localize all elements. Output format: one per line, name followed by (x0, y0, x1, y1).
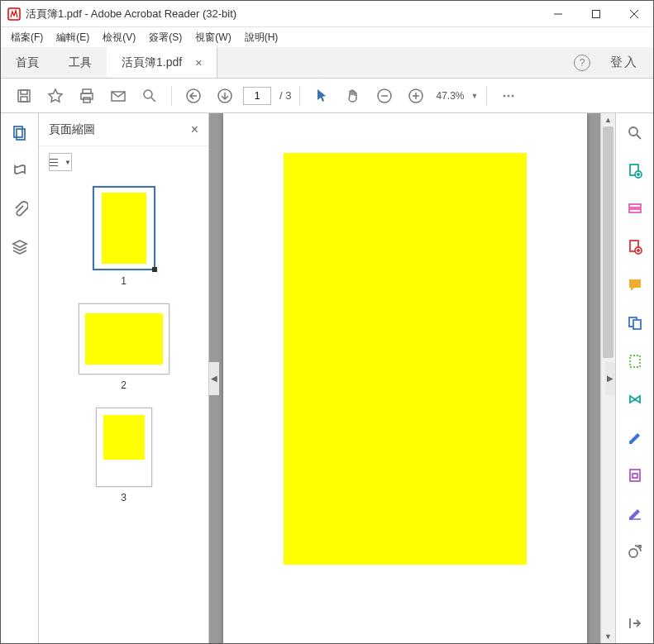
svg-rect-34 (629, 209, 641, 212)
app-icon (7, 7, 21, 21)
next-page-icon[interactable] (212, 83, 238, 109)
print-icon[interactable] (74, 83, 100, 109)
svg-rect-24 (14, 126, 22, 137)
scroll-up-icon[interactable]: ▲ (601, 113, 615, 126)
more-right-icon[interactable] (625, 541, 645, 561)
window-title: 活頁簿1.pdf - Adobe Acrobat Reader (32-bit) (26, 7, 539, 21)
maximize-button[interactable] (577, 1, 615, 26)
menu-file[interactable]: 檔案(F) (4, 29, 50, 46)
collapse-right-icon[interactable]: ▶ (605, 362, 615, 395)
tabbar: 首頁 工具 活頁簿1.pdf × ? 登入 (1, 47, 653, 79)
svg-rect-26 (50, 159, 58, 160)
svg-line-30 (637, 135, 641, 139)
star-icon[interactable] (42, 83, 69, 109)
menu-view[interactable]: 檢視(V) (96, 29, 142, 46)
thumbnail-options-button[interactable]: ▼ (49, 153, 72, 171)
scroll-thumb[interactable] (603, 126, 613, 358)
create-pdf-icon[interactable] (625, 237, 645, 257)
thumbnail-page-number: 1 (121, 275, 127, 287)
svg-rect-0 (8, 8, 20, 20)
pointer-icon[interactable] (308, 83, 335, 109)
minimize-button[interactable] (539, 1, 577, 26)
zoom-out-icon[interactable] (371, 83, 398, 109)
thumbnail-page-number: 2 (121, 379, 127, 391)
redact-icon[interactable] (625, 427, 645, 447)
combine-icon[interactable] (625, 313, 645, 333)
layers-icon[interactable] (10, 237, 30, 257)
zoom-dropdown-icon[interactable]: ▼ (471, 92, 479, 100)
organize-icon[interactable] (625, 351, 645, 371)
menu-window[interactable]: 視窗(W) (189, 29, 237, 46)
page-total-label: / 3 (279, 89, 291, 102)
signin-button[interactable]: 登入 (610, 55, 638, 70)
collapse-left-icon[interactable]: ◀ (209, 362, 219, 395)
attachment-icon[interactable] (10, 199, 30, 219)
thumbnail-panel-title: 頁面縮圖 (49, 122, 191, 137)
svg-rect-5 (18, 90, 30, 102)
email-icon[interactable] (105, 83, 131, 109)
zoom-level-label[interactable]: 47.3% (436, 90, 464, 102)
tab-close-icon[interactable]: × (195, 56, 202, 69)
page-number-input[interactable] (243, 87, 271, 105)
thumbnail-item[interactable]: 1 (39, 186, 208, 287)
edit-pdf-icon[interactable] (625, 199, 645, 219)
comment-icon[interactable] (625, 275, 645, 295)
thumbnail-page-number: 3 (121, 492, 127, 503)
svg-point-42 (629, 549, 637, 557)
menu-edit[interactable]: 編輯(E) (50, 29, 96, 46)
thumbnail-item[interactable]: 2 (39, 303, 208, 391)
search-tool-icon[interactable] (625, 123, 645, 143)
window-controls (539, 1, 653, 26)
svg-rect-6 (21, 90, 27, 94)
tab-home[interactable]: 首頁 (1, 47, 54, 78)
svg-rect-38 (633, 320, 641, 329)
menu-sign[interactable]: 簽署(S) (142, 29, 189, 46)
svg-line-13 (151, 98, 155, 102)
search-icon[interactable] (136, 83, 163, 109)
right-rail (615, 113, 653, 643)
main-area: 頁面縮圖 × ▼ 1 2 (1, 113, 653, 643)
thumbnail-item[interactable]: 3 (39, 408, 208, 503)
sign-icon[interactable] (625, 503, 645, 523)
thumbnail-panel: 頁面縮圖 × ▼ 1 2 (39, 113, 209, 643)
scroll-down-icon[interactable]: ▼ (601, 630, 615, 643)
close-button[interactable] (615, 1, 653, 26)
document-page (223, 113, 587, 643)
svg-rect-2 (593, 10, 600, 17)
svg-point-12 (144, 90, 152, 98)
tab-tools[interactable]: 工具 (54, 47, 107, 78)
thumbnail-resize-handle[interactable] (152, 267, 157, 272)
compress-icon[interactable] (625, 389, 645, 409)
more-tools-icon[interactable] (495, 83, 522, 109)
svg-rect-41 (633, 474, 637, 478)
menu-help[interactable]: 說明(H) (238, 29, 285, 46)
document-scroll-area[interactable] (209, 113, 600, 643)
export-pdf-icon[interactable] (625, 161, 645, 181)
thumbnail-panel-close-icon[interactable]: × (191, 122, 198, 137)
page-content (284, 153, 527, 565)
svg-rect-25 (17, 129, 25, 140)
tab-document-label: 活頁簿1.pdf (122, 55, 182, 70)
save-icon[interactable] (11, 83, 37, 109)
zoom-in-icon[interactable] (403, 83, 429, 109)
svg-rect-33 (629, 204, 641, 208)
thumbnails-icon[interactable] (10, 123, 30, 143)
svg-point-22 (508, 94, 510, 97)
tab-document[interactable]: 活頁簿1.pdf × (107, 47, 217, 78)
titlebar: 活頁簿1.pdf - Adobe Acrobat Reader (32-bit) (1, 1, 653, 27)
svg-point-23 (512, 94, 514, 97)
protect-icon[interactable] (625, 465, 645, 485)
prev-page-icon[interactable] (180, 83, 207, 109)
expand-right-icon[interactable] (625, 613, 645, 633)
svg-rect-27 (50, 162, 58, 163)
ribbon-icon[interactable] (10, 161, 30, 181)
svg-point-29 (629, 127, 637, 136)
menubar: 檔案(F) 編輯(E) 檢視(V) 簽署(S) 視窗(W) 說明(H) (1, 27, 653, 47)
hand-icon[interactable] (340, 83, 366, 109)
svg-rect-9 (81, 93, 93, 99)
svg-rect-7 (21, 97, 27, 102)
svg-rect-28 (50, 165, 58, 166)
svg-rect-39 (630, 355, 640, 367)
svg-point-21 (504, 94, 506, 97)
help-icon[interactable]: ? (574, 55, 590, 71)
